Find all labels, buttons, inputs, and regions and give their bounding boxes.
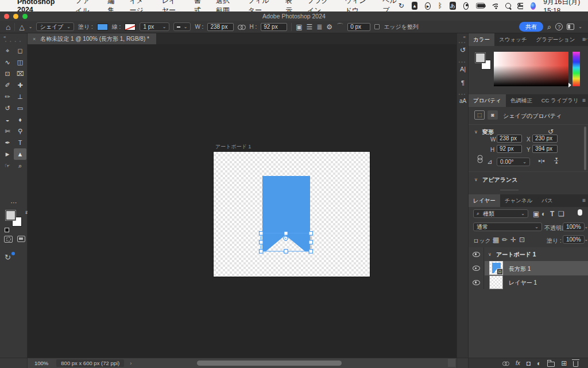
layer-name[interactable]: 長方形 1	[509, 265, 531, 273]
tab-gradients[interactable]: グラデーション	[532, 33, 580, 46]
eye-cell[interactable]	[469, 275, 484, 289]
shape-tool[interactable]: ▲	[14, 148, 26, 160]
object-selection-tool[interactable]: ◫	[14, 56, 26, 68]
glyphs-panel-icon[interactable]: aA	[457, 98, 469, 104]
filter-shape-layers-icon[interactable]: ❏	[558, 210, 564, 218]
user-account-icon[interactable]	[463, 2, 469, 10]
lock-position-icon[interactable]: ✛	[510, 236, 516, 244]
blend-mode-select[interactable]: 通常⌄	[473, 223, 542, 231]
marquee-tool[interactable]: ◻	[14, 45, 26, 56]
document-tab[interactable]: × 名称未設定 1 @ 100% (長方形 1, RGB/8) *	[28, 33, 156, 44]
filter-adjustment-layers-icon[interactable]: ◐	[541, 210, 546, 218]
sync-status-icon[interactable]: ↻	[5, 253, 11, 262]
input-source-icon[interactable]: あ	[450, 2, 455, 10]
path-alignment-icon[interactable]: ☰	[307, 23, 313, 31]
eye-cell[interactable]	[469, 261, 484, 275]
layer-row-artboard[interactable]: ∨ アートボード 1	[469, 247, 588, 261]
layer-effects-icon[interactable]: fx	[516, 360, 520, 366]
layer-filter-select[interactable]: ⌕種類⌄	[473, 209, 528, 218]
shape-settings-gear-icon[interactable]: ⚙	[326, 23, 332, 31]
eraser-tool[interactable]: ▭	[14, 102, 26, 114]
move-tool[interactable]: ⌖	[1, 45, 14, 56]
default-colors-icon[interactable]	[5, 228, 9, 232]
eyedropper-tool[interactable]: ✐	[1, 79, 14, 91]
layer-row-shape[interactable]: ⊡ 長方形 1	[469, 261, 588, 275]
filter-pixel-layers-icon[interactable]: ▣	[533, 210, 539, 218]
prop-x-input[interactable]: 230 px	[532, 135, 558, 143]
appearance-collapse-icon[interactable]: ∨	[474, 177, 478, 182]
color-foreground-swatch[interactable]	[475, 53, 485, 63]
tab-properties[interactable]: プロパティ	[469, 94, 506, 107]
hand-tool[interactable]: ☞	[1, 160, 14, 171]
zoom-level-field[interactable]: 100%	[34, 360, 48, 366]
time-machine-icon[interactable]: ↻	[399, 2, 404, 10]
link-wh-chain-icon[interactable]	[478, 155, 483, 163]
stroke-width-select[interactable]: 1 px⌄	[140, 22, 169, 31]
visibility-eye-icon[interactable]	[473, 266, 480, 271]
flip-horizontal-icon[interactable]: ▸|◂	[539, 158, 544, 163]
bluetooth-icon[interactable]: ᛒ	[438, 2, 442, 10]
scrollbar-thumb[interactable]	[197, 361, 342, 366]
frame-tool[interactable]: ⌧	[14, 68, 26, 79]
layer-thumbnail[interactable]: ⊡	[489, 261, 503, 275]
paragraph-panel-icon[interactable]: ¶	[457, 79, 469, 86]
gradient-tool[interactable]: ◒	[1, 114, 14, 125]
layer-name[interactable]: レイヤー 1	[509, 279, 537, 287]
hue-slider-marker[interactable]	[568, 83, 571, 87]
brush-tool[interactable]: ✏	[1, 91, 14, 102]
new-adjustment-layer-icon[interactable]: ◐	[537, 359, 541, 367]
path-operations-icon[interactable]: ▣	[296, 23, 302, 31]
link-dimensions-icon[interactable]	[238, 25, 245, 29]
panel-menu-icon[interactable]: ≡	[580, 97, 586, 103]
transform-collapse-icon[interactable]: ∨	[474, 129, 478, 135]
tool-preset-chevron-icon[interactable]: ⌄	[29, 24, 33, 29]
quick-mask-icon[interactable]	[4, 236, 13, 243]
search-icon[interactable]: ⌕	[547, 22, 551, 32]
history-panel-icon[interactable]: ↺	[457, 46, 469, 54]
tab-color[interactable]: カラー	[469, 33, 494, 46]
tab-layers[interactable]: レイヤー	[469, 194, 500, 207]
corner-radius-input[interactable]: 0 px	[347, 23, 370, 31]
flip-vertical-icon[interactable]: ▸|◂	[554, 158, 559, 163]
align-edges-checkbox[interactable]	[374, 24, 380, 29]
tab-paths[interactable]: パス	[537, 194, 557, 207]
properties-scrollbar[interactable]	[584, 126, 586, 170]
horizontal-scrollbar[interactable]	[195, 361, 448, 366]
filter-type-layers-icon[interactable]: T	[550, 210, 554, 218]
screen-mode-icon[interactable]	[17, 236, 25, 242]
color-picker-field[interactable]	[494, 52, 568, 86]
add-mask-icon[interactable]: ◘	[527, 359, 531, 367]
document-info[interactable]: 800 px x 600 px (72 ppi)	[56, 359, 124, 367]
new-layer-icon[interactable]: ⊞	[561, 359, 567, 367]
lock-transparency-icon[interactable]: ▦	[493, 236, 499, 244]
spotlight-search-icon[interactable]	[505, 3, 510, 9]
expand-panels-icon[interactable]: «	[463, 34, 466, 40]
status-app-icon[interactable]: ▲	[412, 2, 417, 10]
spot-healing-tool[interactable]: ✚	[14, 79, 26, 91]
help-icon[interactable]: ?	[555, 23, 563, 30]
siri-icon[interactable]	[531, 2, 536, 10]
path-arrangement-icon[interactable]: ≣	[316, 23, 322, 31]
toolbar-grip[interactable]: • • • •	[0, 39, 27, 43]
blur-tool[interactable]: ♦	[14, 114, 26, 125]
angle-select[interactable]: 0.00°⌄	[497, 158, 530, 166]
lock-artboard-icon[interactable]: ⊡	[519, 236, 525, 244]
status-chevron-icon[interactable]: ›	[130, 360, 131, 366]
home-icon[interactable]: ⌂	[6, 22, 10, 32]
visibility-eye-icon[interactable]	[473, 252, 480, 257]
eye-cell[interactable]	[469, 247, 484, 261]
workspace-icon[interactable]	[567, 24, 574, 30]
tab-channels[interactable]: チャンネル	[500, 194, 537, 207]
layer-row-empty[interactable]: レイヤー 1	[469, 275, 588, 289]
foreground-color-swatch[interactable]	[6, 210, 16, 220]
tab-swatches[interactable]: スウォッチ	[494, 33, 532, 46]
history-brush-tool[interactable]: ↺	[1, 102, 14, 114]
artboard-collapse-icon[interactable]: ∨	[488, 252, 492, 257]
pen-tool[interactable]: ✒	[1, 137, 14, 148]
height-input[interactable]: 92 px	[261, 23, 287, 31]
path-selection-tool[interactable]: ►	[1, 148, 14, 160]
color-field-marker[interactable]	[494, 52, 497, 55]
delete-layer-icon[interactable]	[573, 361, 578, 367]
tool-mode-select[interactable]: シェイプ⌄	[36, 22, 74, 31]
edit-toolbar-icon[interactable]: ⋯	[0, 199, 28, 206]
